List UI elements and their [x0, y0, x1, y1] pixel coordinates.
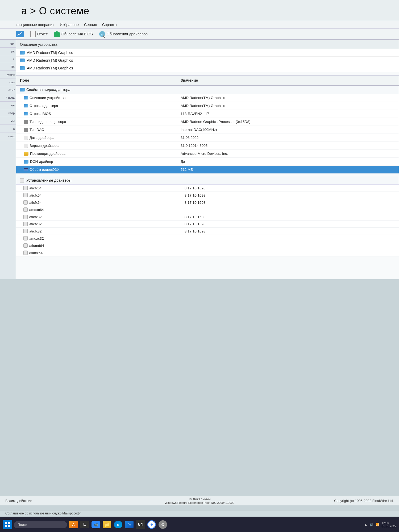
prop-row-7[interactable]: Поставщик драйвера Advanced Micro Device…	[16, 150, 399, 158]
prop-value-3: AMD Radeon Graphics Processor (0x15D8)	[177, 118, 399, 125]
svg-rect-0	[5, 522, 7, 524]
prop-value-2: 113-RAVEN2-117	[177, 110, 399, 117]
prop-row-8[interactable]: DCH-драйвер Да	[16, 158, 399, 166]
taskbar-app-chrome[interactable]	[147, 520, 156, 529]
taskbar-app-num[interactable]: 64	[136, 520, 145, 529]
driver-version-4: 8.17.10.1698	[181, 215, 395, 219]
prop-row-6[interactable]: Версия драйвера 31.0.12014.3005	[16, 142, 399, 150]
taskbar-app-2[interactable]: 📹	[91, 520, 101, 529]
sidebar-item-1[interactable]: pa	[0, 48, 16, 55]
device-item-1[interactable]: AMD Radeon(TM) Graphics	[16, 57, 399, 64]
driver-version-0: 8.17.10.1698	[181, 186, 395, 190]
ms-terms-bar[interactable]: Соглашение об использовании служб Майкро…	[0, 511, 399, 516]
taskbar: Поиск A L 📹 📁 e 🛍 64	[0, 517, 399, 532]
status-bar: Взаимодействие 🗂 Локальный Windows Featu…	[0, 496, 399, 505]
sidebar-item-9[interactable]: итор	[0, 109, 16, 117]
prop-row-4[interactable]: Тип DAC Internal DAC(400MHz)	[16, 126, 399, 134]
driver-row-8[interactable]: atiumd64	[16, 242, 399, 249]
menu-item-help[interactable]: Справка	[102, 23, 117, 27]
driver-row-5[interactable]: aticfx32 8.17.10.1698	[16, 221, 399, 228]
taskbar-tray: ▲ 🔊 📶 12:0001.01.2022	[364, 521, 396, 528]
graph-icon	[16, 31, 24, 37]
sidebar: oor pa е ПК истем ows AGP й проц ол итор…	[0, 40, 16, 279]
driver-row-6[interactable]: aticfx32 8.17.10.1698	[16, 228, 399, 235]
prop-row-3[interactable]: Тип видеопроцессора AMD Radeon Graphics …	[16, 118, 399, 126]
sidebar-item-12[interactable]: нных	[0, 132, 16, 140]
sidebar-item-5[interactable]: ows	[0, 78, 16, 86]
driver-row-1[interactable]: aticfx64 8.17.10.1698	[16, 192, 399, 199]
prop-field-2: Строка BIOS	[16, 110, 177, 117]
sidebar-item-3[interactable]: ПК	[0, 63, 16, 71]
taskbar-app-1[interactable]: L	[80, 520, 89, 529]
driver-icon-7	[23, 236, 28, 240]
menu-item-favorites[interactable]: Избранное	[60, 23, 79, 27]
doc-icon	[30, 31, 36, 37]
sidebar-item-8[interactable]: ол	[0, 102, 16, 109]
taskbar-search[interactable]: Поиск	[14, 521, 67, 528]
prop-row-0[interactable]: Описание устройства AMD Radeon(TM) Graph…	[16, 94, 399, 102]
driver-row-3[interactable]: amdxc64	[16, 206, 399, 213]
device-item-0[interactable]: AMD Radeon(TM) Graphics	[16, 49, 399, 57]
prop-field-4: Тип DAC	[16, 126, 177, 133]
prop-row-1[interactable]: Строка адаптера AMD Radeon(TM) Graphics	[16, 102, 399, 110]
driver-version-1: 8.17.10.1698	[181, 193, 395, 197]
menu-item-service[interactable]: Сервис	[84, 23, 97, 27]
start-button[interactable]	[3, 520, 12, 529]
driver-row-7[interactable]: amdxc32	[16, 235, 399, 242]
prop-icon-folder-7	[24, 152, 28, 156]
taskbar-app-0[interactable]: A	[69, 520, 78, 529]
prop-icon-ram-9	[24, 168, 28, 171]
driver-row-2[interactable]: aticfx64 8.17.10.1698	[16, 199, 399, 206]
prop-value-9: 512 МБ	[177, 166, 399, 173]
taskbar-app-settings[interactable]: ⚙	[158, 520, 168, 529]
prop-icon-chip-4	[24, 128, 28, 132]
driver-version-2: 8.17.10.1698	[181, 201, 395, 205]
taskbar-app-3[interactable]: 📁	[102, 520, 112, 529]
prop-field-6: Версия драйвера	[16, 142, 177, 149]
prop-row-2[interactable]: Строка BIOS 113-RAVEN2-117	[16, 110, 399, 118]
bios-icon	[54, 31, 60, 37]
prop-row-9[interactable]: Объём видеоОЗУ 512 МБ	[16, 166, 399, 174]
driver-version-5: 8.17.10.1698	[181, 222, 395, 226]
device-description-header: Описание устройства	[16, 40, 399, 49]
status-bar-right: Copyright (c) 1995-2022 FinalWire Ltd.	[268, 499, 394, 503]
sidebar-item-4[interactable]: истем	[0, 71, 16, 78]
drivers-section: Установленные драйверы aticfx64 8.17.10.…	[16, 176, 399, 256]
prop-field-9: Объём видеоОЗУ	[16, 166, 177, 173]
device-icon-1	[20, 59, 25, 62]
taskbar-app-5[interactable]: 🛍	[124, 520, 134, 529]
drivers-group-header: Установленные драйверы	[16, 176, 399, 185]
bios-update-button[interactable]: Обновления BIOS	[54, 31, 93, 37]
device-item-2[interactable]: AMD Radeon(TM) Graphics	[16, 64, 399, 72]
prop-value-1: AMD Radeon(TM) Graphics	[177, 102, 399, 109]
driver-search-icon: 🔍	[99, 31, 105, 37]
prop-icon-chip-3	[24, 120, 28, 124]
taskbar-app-4[interactable]: e	[113, 520, 123, 529]
report-button[interactable]: Отчёт	[30, 31, 48, 37]
prop-field-7: Поставщик драйвера	[16, 150, 177, 157]
svg-rect-1	[8, 522, 10, 524]
toolbar: Отчёт Обновления BIOS 🔍 Обновления драйв…	[0, 29, 399, 40]
sidebar-item-2[interactable]: е	[0, 55, 16, 63]
prop-icon-2	[24, 112, 28, 115]
taskbar-app-icon-chrome	[147, 520, 156, 529]
prop-group-header: Свойства видеоадаптера	[16, 86, 399, 94]
driver-update-button[interactable]: 🔍 Обновления драйверов	[99, 31, 148, 37]
driver-row-0[interactable]: aticfx64 8.17.10.1698	[16, 185, 399, 192]
driver-name-7: amdxc32	[23, 236, 179, 240]
driver-name-3: amdxc64	[23, 207, 179, 212]
prop-row-5[interactable]: Дата драйвера 31.08.2022	[16, 134, 399, 142]
col-value-header: Значение	[177, 77, 399, 84]
driver-row-9[interactable]: atidxx64	[16, 249, 399, 256]
prop-icon-1	[24, 104, 28, 107]
sidebar-item-7[interactable]: й проц	[0, 94, 16, 102]
menu-item-operations[interactable]: танционные операции	[16, 23, 55, 27]
sidebar-item-10[interactable]: мы	[0, 117, 16, 125]
driver-row-4[interactable]: aticfx32 8.17.10.1698	[16, 213, 399, 221]
sidebar-item-6[interactable]: AGP	[0, 86, 16, 94]
sidebar-item-0[interactable]: oor	[0, 40, 16, 48]
prop-icon-8	[24, 160, 28, 164]
props-header-row: Поле Значение	[16, 76, 399, 86]
driver-icon-8	[23, 243, 28, 248]
sidebar-item-11[interactable]: а	[0, 125, 16, 132]
